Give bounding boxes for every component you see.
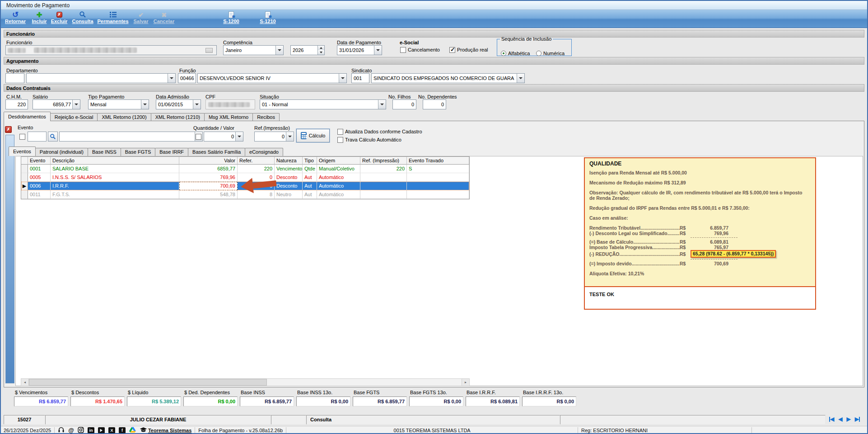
headset-icon[interactable] — [58, 426, 65, 434]
toolbar-button-incluir[interactable]: ✚Incluir — [29, 11, 50, 27]
atualiza-dados-checkbox[interactable]: Atualiza Dados conforme Cadastro — [337, 129, 422, 135]
quantidade-checkbox[interactable] — [196, 134, 201, 140]
tab-msg-xml-retorno[interactable]: Msg XML Retorno — [204, 113, 253, 121]
subtab-base-irrf[interactable]: Base IRRF — [155, 148, 188, 156]
cell-origem[interactable]: Manual/Coletivo — [317, 165, 360, 173]
cell-valor[interactable]: 700,69 — [179, 182, 238, 190]
toolbar-button-salvar[interactable]: ✔Salvar — [131, 11, 151, 27]
grid-column-header[interactable]: Ref. (Impressão) — [360, 157, 407, 165]
grid-column-header[interactable]: Evento Travado — [407, 157, 469, 165]
toolbar-button-s-1210[interactable]: ✱S-1210 — [255, 11, 281, 27]
checkbox-icon[interactable] — [337, 129, 343, 135]
grid-horizontal-scrollbar[interactable]: ◂ ▸ — [21, 378, 470, 386]
funcionario-input[interactable] — [5, 45, 217, 55]
grid-column-header[interactable]: Origem — [317, 157, 360, 165]
toolbar-button-excluir[interactable]: ✗Excluir — [49, 11, 70, 27]
subtab-eventos[interactable]: Eventos — [9, 146, 36, 156]
checkbox-icon[interactable] — [337, 137, 343, 143]
chevron-down-icon[interactable] — [235, 132, 243, 141]
toolbar-button-retornar[interactable]: ↺Retornar — [4, 11, 27, 27]
tab-desdobramentos[interactable]: Desdobramentos — [4, 112, 51, 121]
producao-real-checkbox[interactable]: Produção real — [449, 47, 488, 53]
x-icon[interactable]: X — [108, 427, 115, 434]
graduation-cap-icon[interactable] — [140, 427, 147, 434]
row-selector-gutter[interactable] — [21, 190, 28, 199]
facebook-icon[interactable]: f — [119, 427, 126, 434]
toolbar-button-cancelar[interactable]: ✖Cancelar — [152, 11, 176, 27]
grid-column-header[interactable]: Refer. — [238, 157, 275, 165]
calculo-button[interactable]: Cálculo — [296, 129, 330, 142]
scroll-right-icon[interactable]: ▸ — [462, 379, 469, 386]
subtab-base-fgts[interactable]: Base FGTS — [121, 148, 155, 156]
subtab-econsignado[interactable]: eConsignado — [245, 148, 283, 156]
cell-id[interactable]: 0006 — [28, 182, 51, 190]
chevron-down-icon[interactable] — [72, 100, 80, 109]
scrollbar-track[interactable] — [29, 379, 462, 386]
trava-calculo-checkbox[interactable]: Trava Cálculo Automático — [337, 137, 401, 143]
cell-valor[interactable]: 6859,77 — [179, 165, 238, 173]
cell-desc[interactable]: F.G.T.S. — [51, 190, 179, 199]
toolbar-button-permanentes[interactable]: Permanentes — [96, 11, 130, 27]
alfabetica-radio[interactable]: Alfabética — [501, 51, 530, 56]
salario-select[interactable]: 6859,77 — [33, 99, 80, 109]
cell-ref_imp[interactable] — [360, 173, 407, 182]
nav-last-icon[interactable]: ▶ — [855, 415, 860, 423]
tipo-pagamento-select[interactable]: Mensal — [88, 99, 149, 109]
google-drive-icon[interactable] — [129, 427, 136, 434]
funcao-code-input[interactable]: 00466 — [178, 73, 196, 83]
radio-icon[interactable] — [536, 51, 541, 56]
cell-ref_imp[interactable]: 220 — [360, 165, 407, 173]
cell-travado[interactable]: S — [407, 165, 469, 173]
nav-next-icon[interactable]: ▶ — [847, 415, 851, 423]
numerica-radio[interactable]: Numérica — [536, 51, 565, 56]
linkedin-icon[interactable]: in — [88, 427, 94, 434]
cancelamento-checkbox[interactable]: Cancelamento — [400, 47, 440, 53]
cell-id[interactable]: 0011 — [28, 190, 51, 199]
cell-travado[interactable] — [407, 190, 469, 199]
row-selector-gutter[interactable] — [21, 165, 28, 173]
nav-first-icon[interactable]: ◀ — [829, 415, 834, 423]
cell-valor[interactable]: 548,78 — [179, 190, 238, 199]
cell-desc[interactable]: I.N.S.S. S/ SALARIOS — [51, 173, 179, 182]
cell-origem[interactable]: Automático — [317, 190, 360, 199]
sindicato-select[interactable]: SINDICATO DOS EMPREGADOS NO COMERCIO DE … — [371, 73, 525, 83]
tab-xml-retorno-1210-[interactable]: XML Retorno (1210) — [151, 113, 205, 121]
evento-checkbox[interactable] — [19, 134, 25, 140]
chevron-down-icon[interactable] — [193, 100, 201, 109]
grid-column-header[interactable]: Valor — [179, 157, 238, 165]
instagram-icon[interactable] — [78, 427, 84, 434]
grid-column-header[interactable]: Descrição — [51, 157, 179, 165]
competencia-month-select[interactable]: Janeiro — [223, 45, 284, 55]
scrollbar-thumb[interactable] — [29, 379, 267, 386]
cell-travado[interactable] — [407, 182, 469, 190]
chevron-down-icon[interactable] — [141, 100, 149, 109]
cpf-input[interactable] — [205, 99, 255, 109]
checkbox-icon[interactable] — [400, 47, 406, 53]
scroll-left-icon[interactable]: ◂ — [21, 379, 29, 386]
evento-select[interactable] — [59, 132, 203, 142]
data-admissao-select[interactable]: 01/06/2015 — [156, 99, 201, 109]
chevron-down-icon[interactable] — [517, 74, 524, 83]
evento-search-button[interactable] — [48, 132, 58, 142]
tab-xml-retorno-1200-[interactable]: XML Retorno (1200) — [97, 113, 151, 121]
row-selector-gutter[interactable] — [21, 173, 28, 182]
cell-id[interactable]: 0001 — [28, 165, 51, 173]
sindicato-code-input[interactable]: 001 — [351, 73, 369, 83]
cell-tipo[interactable]: Aut — [303, 173, 317, 182]
close-icon[interactable]: ✗ — [5, 126, 12, 133]
chevron-down-icon[interactable] — [374, 46, 382, 55]
toolbar-button-s-1200[interactable]: ✱S-1200 — [218, 11, 244, 27]
cell-tipo[interactable]: Aut — [303, 190, 317, 199]
subtab-base-inss[interactable]: Base INSS — [88, 148, 121, 156]
youtube-icon[interactable] — [98, 427, 105, 434]
brand-link[interactable]: Teorema Sistemas — [148, 428, 191, 433]
subtab-patronal-individual-[interactable]: Patronal (individual) — [35, 148, 88, 156]
no-dependentes-input[interactable]: 0 — [423, 99, 446, 109]
radio-selected-icon[interactable] — [501, 51, 506, 56]
departamento-code-input[interactable] — [5, 73, 24, 83]
grid-column-header[interactable]: Tipo — [303, 157, 317, 165]
toolbar-button-consulta[interactable]: Consulta — [70, 11, 95, 27]
cell-tipo[interactable]: Aut — [303, 182, 317, 190]
chevron-down-icon[interactable] — [275, 46, 283, 55]
spinner-buttons[interactable] — [317, 46, 324, 55]
